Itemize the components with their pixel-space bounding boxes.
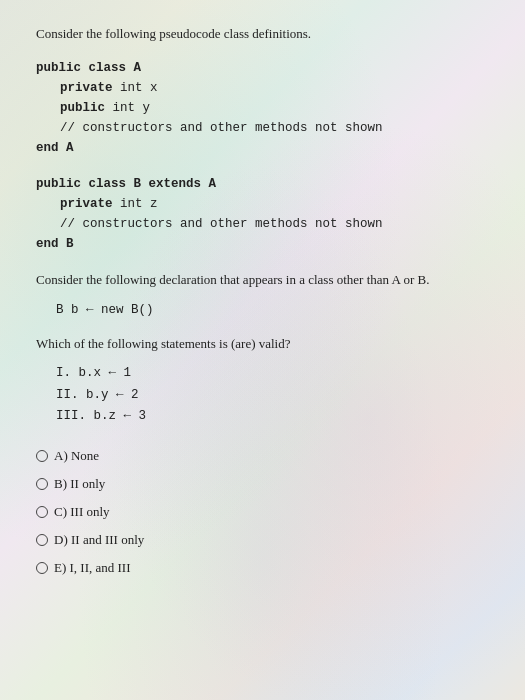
class-a-line3: public int y [36, 98, 489, 118]
option-D[interactable]: D) II and III only [36, 527, 489, 553]
class-a-line4: // constructors and other methods not sh… [36, 118, 489, 138]
statements-block: I. b.x ← 1 II. b.y ← 2 III. b.z ← 3 [36, 363, 489, 427]
option-C[interactable]: C) III only [36, 499, 489, 525]
class-a-line1: public class A [36, 58, 489, 78]
statement-I: I. b.x ← 1 [56, 363, 489, 384]
class-b-line4: end B [36, 234, 489, 254]
class-a-line2: private int x [36, 78, 489, 98]
declaration-intro: Consider the following declaration that … [36, 270, 489, 290]
class-b-block: public class B extends A private int z /… [36, 174, 489, 254]
class-b-line1: public class B extends A [36, 174, 489, 194]
options-block: A) None B) II only C) III only D) II and… [36, 443, 489, 581]
option-B-label: B) II only [54, 471, 105, 497]
class-a-block: public class A private int x public int … [36, 58, 489, 158]
declaration-code: B b ← new B() [36, 301, 489, 320]
radio-E[interactable] [36, 562, 48, 574]
option-E[interactable]: E) I, II, and III [36, 555, 489, 581]
page-content: Consider the following pseudocode class … [0, 0, 525, 607]
radio-B[interactable] [36, 478, 48, 490]
class-a-line5: end A [36, 138, 489, 158]
option-A[interactable]: A) None [36, 443, 489, 469]
radio-D[interactable] [36, 534, 48, 546]
class-b-line2: private int z [36, 194, 489, 214]
class-b-line3: // constructors and other methods not sh… [36, 214, 489, 234]
statement-II: II. b.y ← 2 [56, 385, 489, 406]
question-text: Which of the following statements is (ar… [36, 334, 489, 354]
option-C-label: C) III only [54, 499, 110, 525]
radio-C[interactable] [36, 506, 48, 518]
option-D-label: D) II and III only [54, 527, 144, 553]
option-A-label: A) None [54, 443, 99, 469]
option-B[interactable]: B) II only [36, 471, 489, 497]
statement-III: III. b.z ← 3 [56, 406, 489, 427]
radio-A[interactable] [36, 450, 48, 462]
option-E-label: E) I, II, and III [54, 555, 131, 581]
intro-text: Consider the following pseudocode class … [36, 24, 489, 44]
